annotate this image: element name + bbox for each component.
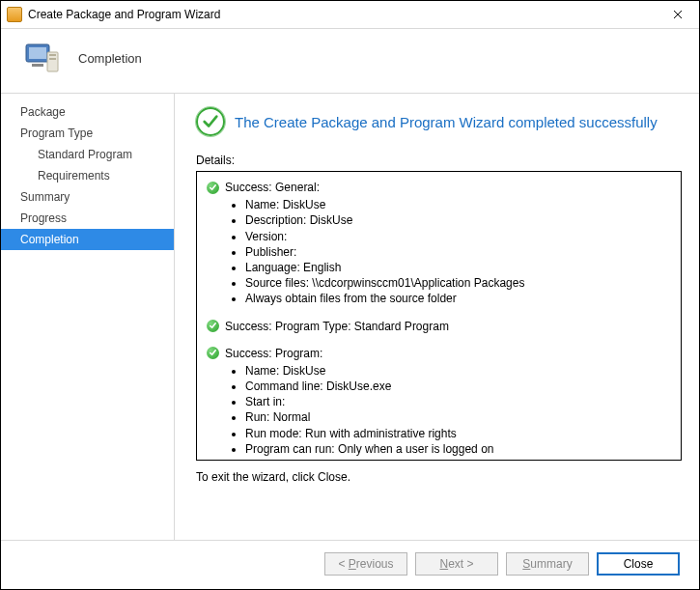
page-title: Completion — [78, 51, 142, 66]
check-icon — [207, 182, 219, 194]
detail-item: Language: English — [245, 260, 671, 275]
exit-hint: To exit the wizard, click Close. — [196, 470, 682, 484]
detail-item: Always obtain files from the source fold… — [245, 291, 671, 306]
sidebar-item-package[interactable]: Package — [1, 101, 174, 123]
sidebar-item-progress[interactable]: Progress — [1, 208, 174, 229]
detail-group: Success: General:Name: DiskUseDescriptio… — [207, 180, 671, 307]
sidebar-item-requirements[interactable]: Requirements — [1, 165, 174, 186]
detail-item: Run mode: Run with administrative rights — [245, 426, 671, 441]
window-title: Create Package and Program Wizard — [28, 8, 220, 21]
detail-item: Command line: DiskUse.exe — [245, 379, 671, 394]
wizard-sidebar: PackageProgram TypeStandard ProgramRequi… — [1, 94, 175, 540]
wizard-main: The Create Package and Program Wizard co… — [175, 94, 699, 540]
detail-item: Program can run: Only when a user is log… — [245, 441, 671, 457]
detail-item: Publisher: — [245, 244, 671, 260]
detail-item: Description: DiskUse — [245, 212, 671, 228]
next-button: Next > — [415, 552, 498, 576]
detail-item: Name: DiskUse — [245, 363, 671, 379]
previous-button: < Previous — [324, 552, 407, 576]
svg-rect-2 — [32, 64, 43, 67]
detail-item: Name: DiskUse — [245, 197, 671, 212]
detail-item: Allow users to view and interact with th… — [245, 457, 671, 461]
summary-button: Summary — [506, 552, 589, 576]
svg-rect-5 — [49, 58, 56, 60]
details-box[interactable]: Success: General:Name: DiskUseDescriptio… — [196, 171, 682, 461]
success-check-icon — [196, 107, 225, 136]
computer-icon — [22, 39, 61, 77]
wizard-header: Completion — [1, 29, 699, 94]
check-icon — [207, 347, 219, 359]
app-icon — [7, 7, 22, 22]
check-icon — [207, 320, 219, 332]
details-label: Details: — [196, 154, 682, 167]
sidebar-item-summary[interactable]: Summary — [1, 186, 174, 208]
close-icon[interactable] — [656, 1, 699, 28]
detail-group: Success: Program:Name: DiskUseCommand li… — [207, 346, 671, 461]
detail-group: Success: Program Type: Standard Program — [207, 319, 671, 334]
detail-item: Start in: — [245, 394, 671, 409]
detail-group-title: Success: Program: — [225, 346, 322, 361]
sidebar-item-standard-program[interactable]: Standard Program — [1, 144, 174, 165]
sidebar-item-completion[interactable]: Completion — [1, 229, 174, 250]
success-message: The Create Package and Program Wizard co… — [235, 114, 658, 130]
title-bar: Create Package and Program Wizard — [1, 1, 699, 29]
wizard-footer: < Previous Next > Summary Close — [1, 540, 699, 589]
svg-rect-1 — [29, 47, 46, 59]
svg-rect-4 — [49, 54, 56, 56]
detail-group-title: Success: General: — [225, 180, 320, 195]
detail-item: Run: Normal — [245, 409, 671, 425]
detail-item: Version: — [245, 229, 671, 244]
close-button[interactable]: Close — [597, 552, 680, 576]
detail-group-title: Success: Program Type: Standard Program — [225, 319, 449, 334]
detail-item: Source files: \\cdcorpwinsccm01\Applicat… — [245, 275, 671, 291]
sidebar-item-program-type[interactable]: Program Type — [1, 123, 174, 144]
